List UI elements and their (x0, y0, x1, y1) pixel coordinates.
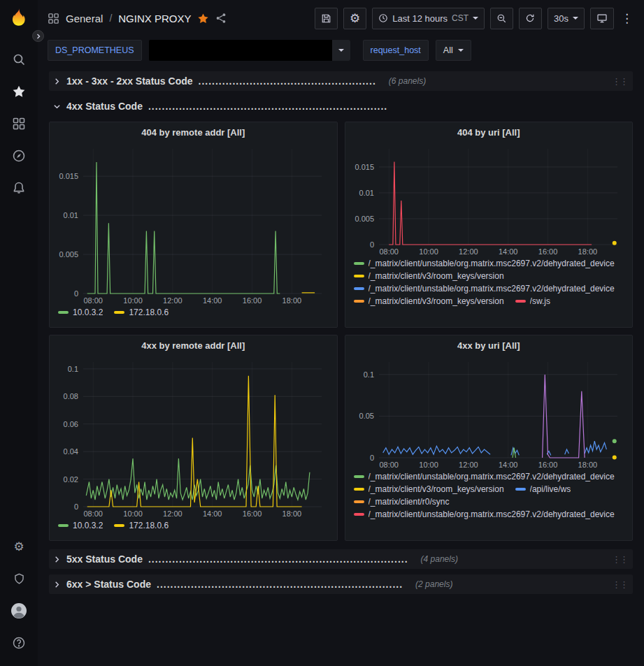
legend-swatch (58, 524, 69, 527)
svg-text:08:00: 08:00 (379, 461, 399, 469)
row-1xx-3xx-2xx-status-code[interactable]: 1xx - 3xx - 2xx Status Code ............… (49, 71, 633, 91)
row-drag-handle[interactable]: ⋮⋮ (612, 579, 627, 590)
row-drag-handle[interactable]: ⋮⋮ (612, 554, 627, 565)
chevron-right-icon (53, 78, 61, 85)
request-host-value-dropdown[interactable]: All (436, 40, 471, 61)
main-area: General / NGINX PROXY ⚙ (38, 0, 644, 666)
legend-item[interactable]: 10.0.3.2 (58, 307, 103, 317)
svg-text:0.01: 0.01 (359, 189, 373, 197)
legend-swatch (114, 524, 124, 527)
legend-swatch (354, 513, 364, 516)
svg-text:10:00: 10:00 (419, 247, 438, 256)
sidebar-item-help[interactable] (3, 627, 34, 659)
panel-title[interactable]: 4xx by uri [All] (345, 335, 633, 355)
legend-item[interactable]: /_matrix/client/unstable/org.matrix.msc2… (354, 509, 615, 519)
panel-chart[interactable]: 08:0010:0012:0014:0016:0018:0000.0050.01… (54, 142, 333, 306)
datasource-value-dropdown[interactable] (149, 40, 350, 61)
apps-grid-icon[interactable] (48, 13, 59, 24)
legend-item[interactable]: /_matrix/client/unstable/org.matrix.msc2… (354, 472, 615, 482)
sidebar-item-profile[interactable] (3, 595, 34, 627)
share-icon[interactable] (215, 13, 227, 24)
legend-swatch (354, 488, 364, 491)
legend-item[interactable]: /_matrix/client/v3/room_keys/version (354, 271, 504, 281)
save-dashboard-button[interactable] (315, 8, 338, 29)
panel-4xx-by-uri: 4xx by uri [All] 08:0010:0012:0014:0016:… (345, 335, 634, 541)
cycle-view-mode-button[interactable] (590, 8, 614, 29)
legend-item[interactable]: 172.18.0.6 (114, 521, 169, 530)
svg-text:12:00: 12:00 (459, 247, 478, 256)
breadcrumb-section[interactable]: General (66, 13, 103, 24)
svg-text:0.06: 0.06 (64, 420, 78, 428)
legend-item[interactable]: /sw.js (515, 296, 550, 306)
sidebar-item-configuration[interactable]: ⚙ (3, 530, 34, 563)
sidebar-item-dashboards[interactable] (3, 108, 34, 140)
zoom-out-button[interactable] (490, 8, 513, 29)
clock-icon (378, 13, 388, 23)
legend-item[interactable]: /api/live/ws (515, 484, 571, 494)
legend-item[interactable]: /_matrix/client/r0/sync (354, 497, 450, 507)
monitor-icon (596, 13, 608, 24)
svg-text:10:00: 10:00 (123, 296, 143, 305)
svg-text:12:00: 12:00 (163, 296, 183, 305)
svg-text:0.1: 0.1 (68, 365, 78, 373)
legend-item[interactable]: 10.0.3.2 (58, 521, 103, 530)
datasource-value (149, 40, 332, 61)
legend-item[interactable]: 172.18.0.6 (114, 307, 169, 317)
row-title-dots: ........................................… (157, 579, 403, 590)
panel-chart[interactable]: 08:0010:0012:0014:0016:0018:0000.020.040… (54, 355, 333, 519)
svg-text:14:00: 14:00 (203, 509, 222, 518)
sidebar-item-starred[interactable] (3, 75, 34, 108)
svg-text:16:00: 16:00 (538, 461, 557, 469)
dashboard-settings-button[interactable]: ⚙ (343, 8, 366, 29)
panel-title[interactable]: 404 by uri [All] (345, 122, 633, 142)
svg-text:0.015: 0.015 (355, 163, 374, 171)
svg-text:14:00: 14:00 (498, 461, 517, 469)
row-panel-count: (4 panels) (421, 554, 458, 564)
sidebar-item-explore[interactable] (3, 140, 34, 172)
kebab-menu-button[interactable]: ⋮ (620, 8, 634, 29)
sidebar-item-alerting[interactable] (3, 172, 34, 204)
dashboard-topbar: General / NGINX PROXY ⚙ (38, 0, 644, 36)
svg-text:0.05: 0.05 (359, 412, 373, 420)
svg-text:18:00: 18:00 (282, 509, 302, 518)
time-range-picker[interactable]: Last 12 hours CST (372, 8, 485, 29)
legend-label: /_matrix/client/r0/sync (368, 497, 450, 507)
sidebar-item-server-admin[interactable] (3, 563, 34, 595)
legend-item[interactable]: /_matrix/client/unstable/org.matrix.msc2… (354, 284, 615, 294)
panel-legend: 10.0.3.2172.18.0.6 (58, 307, 329, 323)
grafana-app: ⚙ General / (0, 0, 644, 666)
row-title-dots: ........................................… (148, 101, 387, 112)
chevron-right-icon (53, 581, 61, 588)
shield-icon (13, 572, 26, 586)
datasource-variable-label[interactable]: DS_PROMETHEUS (48, 40, 142, 61)
row-drag-handle[interactable]: ⋮⋮ (612, 76, 627, 87)
legend-swatch (354, 287, 364, 290)
svg-text:12:00: 12:00 (459, 461, 478, 469)
refresh-interval-dropdown[interactable]: 30s (548, 8, 585, 29)
svg-text:10:00: 10:00 (419, 461, 438, 469)
refresh-button[interactable] (519, 8, 542, 29)
panel-chart[interactable]: 08:0010:0012:0014:0016:0018:0000.050.1 (350, 355, 629, 470)
legend-swatch (354, 275, 364, 277)
panel-title[interactable]: 404 by remote addr [All] (50, 122, 337, 142)
svg-text:0.1: 0.1 (363, 370, 373, 379)
grafana-logo-icon[interactable] (8, 7, 29, 31)
chevron-down-icon (458, 49, 464, 52)
row-4xx-status-code[interactable]: 4xx Status Code ........................… (49, 96, 633, 116)
favorite-star-icon[interactable] (197, 13, 209, 24)
legend-swatch (354, 300, 364, 303)
panel-legend: 10.0.3.2172.18.0.6 (58, 521, 329, 536)
breadcrumb: General / NGINX PROXY (48, 13, 227, 24)
request-host-variable-label[interactable]: request_host (363, 40, 429, 61)
sidebar-expand-button[interactable] (32, 30, 44, 42)
sidebar-item-search[interactable] (3, 43, 34, 75)
row-5xx-status-code[interactable]: 5xx Status Code ........................… (49, 549, 633, 569)
legend-item[interactable]: /_matrix/client/v3/room_keys/version (354, 484, 504, 494)
dashboard-title[interactable]: NGINX PROXY (118, 13, 191, 24)
row-6xx-status-code[interactable]: 6xx > Status Code ......................… (49, 574, 633, 594)
row-title: 6xx > Status Code (66, 579, 151, 590)
panel-title[interactable]: 4xx by remote addr [All] (50, 335, 337, 355)
legend-item[interactable]: /_matrix/client/unstable/org.matrix.msc2… (354, 259, 615, 268)
panel-chart[interactable]: 08:0010:0012:0014:0016:0018:0000.0050.01… (350, 142, 629, 257)
legend-item[interactable]: /_matrix/client/v3/room_keys/version (354, 296, 504, 306)
